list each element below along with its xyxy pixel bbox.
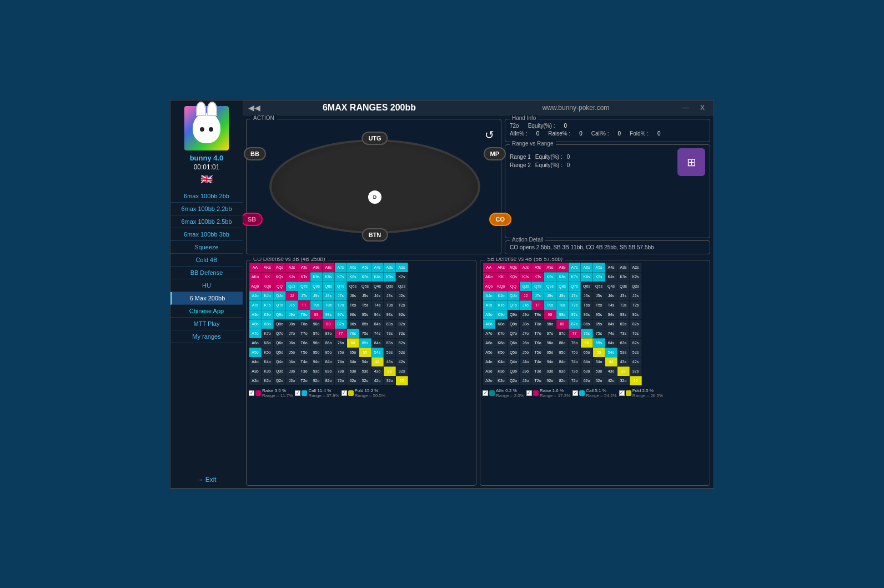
- grid-cell[interactable]: 63s: [384, 338, 396, 348]
- grid-cell[interactable]: JTs: [532, 291, 544, 300]
- grid-cell[interactable]: T8s: [323, 300, 335, 310]
- grid-cell[interactable]: 65s: [593, 338, 605, 348]
- grid-cell[interactable]: J6o: [286, 338, 298, 348]
- grid-cell[interactable]: 33: [384, 366, 396, 376]
- grid-cell[interactable]: 87o: [323, 329, 335, 338]
- grid-cell[interactable]: T8s: [556, 300, 569, 310]
- grid-cell[interactable]: 43s: [384, 357, 396, 366]
- grid-cell[interactable]: 54o: [359, 357, 371, 366]
- grid-cell[interactable]: 52s: [630, 348, 642, 357]
- legend-allin-checkbox[interactable]: ✓: [483, 390, 488, 396]
- grid-cell[interactable]: QTo: [274, 300, 286, 310]
- grid-cell[interactable]: 84s: [371, 319, 384, 329]
- grid-cell[interactable]: K5s: [359, 272, 371, 282]
- grid-cell[interactable]: T3o: [298, 366, 310, 376]
- grid-cell[interactable]: A9o: [483, 310, 495, 319]
- grid-cell[interactable]: A7s: [335, 263, 347, 272]
- grid-cell[interactable]: T5o: [298, 348, 310, 357]
- grid-cell[interactable]: K8s: [556, 272, 569, 282]
- grid-cell[interactable]: K5o: [262, 348, 274, 357]
- grid-cell[interactable]: 86s: [581, 319, 593, 329]
- grid-cell[interactable]: J2s: [630, 291, 642, 300]
- grid-cell[interactable]: A3o: [483, 366, 495, 376]
- grid-cell[interactable]: KQo: [262, 282, 274, 291]
- grid-cell[interactable]: 76o: [569, 338, 581, 348]
- grid-cell[interactable]: Q5o: [508, 348, 520, 357]
- pos-sb[interactable]: SB: [243, 213, 263, 226]
- grid-cell[interactable]: 43o: [371, 366, 384, 376]
- grid-cell[interactable]: 62o: [347, 376, 359, 385]
- grid-cell[interactable]: Q8o: [274, 319, 286, 329]
- grid-cell[interactable]: 73o: [335, 366, 347, 376]
- grid-cell[interactable]: A4o: [483, 357, 495, 366]
- grid-cell[interactable]: 64s: [605, 338, 617, 348]
- grid-cell[interactable]: Q8s: [323, 282, 335, 291]
- grid-cell[interactable]: A3s: [384, 263, 396, 272]
- grid-cell[interactable]: Q6o: [274, 338, 286, 348]
- grid-cell[interactable]: TT: [298, 300, 310, 310]
- grid-cell[interactable]: A9s: [310, 263, 323, 272]
- grid-cell[interactable]: Q2o: [274, 376, 286, 385]
- grid-cell[interactable]: T8o: [298, 319, 310, 329]
- grid-cell[interactable]: AA: [249, 263, 262, 272]
- grid-cell[interactable]: K3o: [262, 366, 274, 376]
- grid-cell[interactable]: 64o: [347, 357, 359, 366]
- grid-cell[interactable]: K2s: [630, 272, 642, 282]
- grid-cell[interactable]: J5s: [593, 291, 605, 300]
- grid-cell[interactable]: AJs: [286, 263, 298, 272]
- grid-cell[interactable]: A9o: [249, 310, 262, 319]
- grid-cell[interactable]: ATo: [249, 300, 262, 310]
- grid-cell[interactable]: 82o: [323, 376, 335, 385]
- grid-cell[interactable]: 72s: [396, 329, 408, 338]
- grid-cell[interactable]: A3s: [617, 263, 630, 272]
- grid-cell[interactable]: 92o: [310, 376, 323, 385]
- grid-cell[interactable]: T6o: [532, 338, 544, 348]
- grid-cell[interactable]: 72o: [569, 376, 581, 385]
- grid-cell[interactable]: 65o: [347, 348, 359, 357]
- grid-cell[interactable]: A8o: [249, 319, 262, 329]
- grid-cell[interactable]: Q2s: [630, 282, 642, 291]
- grid-cell[interactable]: J7o: [520, 329, 532, 338]
- grid-cell[interactable]: JJ: [520, 291, 532, 300]
- grid-cell[interactable]: QJs: [286, 282, 298, 291]
- grid-cell[interactable]: 62s: [630, 338, 642, 348]
- grid-cell[interactable]: 55: [593, 348, 605, 357]
- grid-cell[interactable]: 53s: [617, 348, 630, 357]
- grid-cell[interactable]: Q3s: [384, 282, 396, 291]
- grid-cell[interactable]: 75s: [359, 329, 371, 338]
- grid-cell[interactable]: 72o: [335, 376, 347, 385]
- grid-cell[interactable]: J4s: [371, 291, 384, 300]
- sidebar-item-bbdefense[interactable]: BB Defense: [170, 267, 243, 279]
- sidebar-item-squeeze[interactable]: Squeeze: [170, 241, 243, 254]
- grid-cell[interactable]: 66: [347, 338, 359, 348]
- sidebar-item-6max200bb[interactable]: 6 Max 200bb: [170, 292, 243, 305]
- grid-cell[interactable]: J6s: [347, 291, 359, 300]
- grid-cell[interactable]: A5o: [249, 348, 262, 357]
- grid-cell[interactable]: K5o: [495, 348, 508, 357]
- grid-cell[interactable]: T4o: [298, 357, 310, 366]
- pos-btn[interactable]: BTN: [362, 228, 388, 242]
- grid-cell[interactable]: T8o: [532, 319, 544, 329]
- grid-cell[interactable]: Q8o: [508, 319, 520, 329]
- sidebar-item-6max100bb25bb[interactable]: 6max 100bb 2.5bb: [170, 215, 243, 228]
- grid-cell[interactable]: 63o: [581, 366, 593, 376]
- grid-cell[interactable]: A6s: [581, 263, 593, 272]
- grid-cell[interactable]: 97s: [335, 310, 347, 319]
- grid-cell[interactable]: 74s: [371, 329, 384, 338]
- grid-cell[interactable]: 77: [569, 329, 581, 338]
- grid-cell[interactable]: K4s: [371, 272, 384, 282]
- grid-cell[interactable]: 52o: [359, 376, 371, 385]
- grid-cell[interactable]: KQs: [508, 272, 520, 282]
- grid-cell[interactable]: 98o: [544, 319, 556, 329]
- grid-cell[interactable]: 95o: [310, 348, 323, 357]
- grid-cell[interactable]: 75s: [593, 329, 605, 338]
- grid-cell[interactable]: 92s: [630, 310, 642, 319]
- grid-cell[interactable]: 92s: [396, 310, 408, 319]
- grid-cell[interactable]: Q5s: [593, 282, 605, 291]
- grid-cell[interactable]: 73o: [569, 366, 581, 376]
- grid-cell[interactable]: 96o: [544, 338, 556, 348]
- grid-cell[interactable]: 64s: [371, 338, 384, 348]
- grid-cell[interactable]: A2s: [396, 263, 408, 272]
- grid-cell[interactable]: J6o: [520, 338, 532, 348]
- grid-cell[interactable]: K9s: [544, 272, 556, 282]
